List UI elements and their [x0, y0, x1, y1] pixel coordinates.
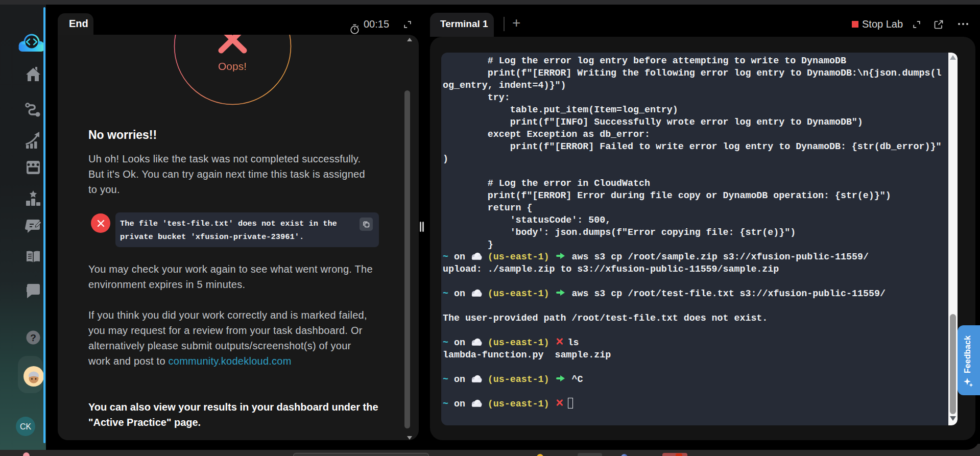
svg-text:?: ? [30, 332, 36, 343]
svg-text:CK: CK [20, 422, 32, 431]
